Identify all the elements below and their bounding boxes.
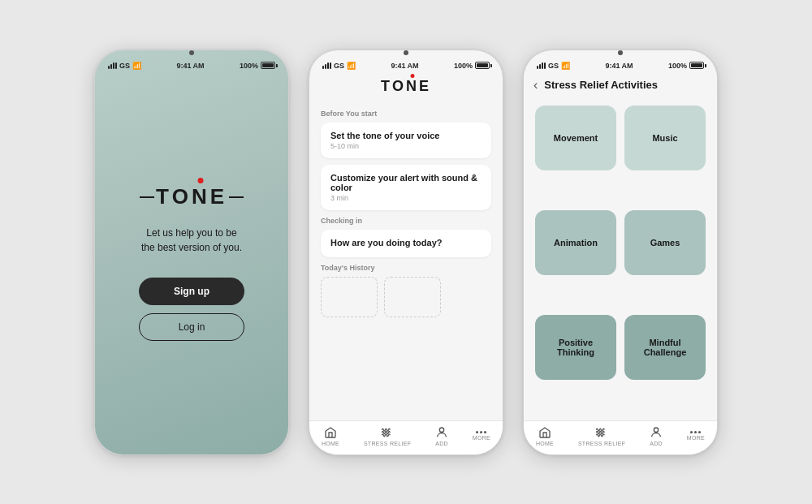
wifi-icon-2: 📶 bbox=[347, 62, 356, 70]
nav-add-3[interactable]: ADD bbox=[650, 426, 663, 446]
status-bar-2: GS 📶 9:41 AM 100% bbox=[309, 57, 503, 71]
activity-games[interactable]: Games bbox=[624, 210, 706, 275]
card-alert-sub: 3 min bbox=[330, 194, 482, 202]
app-logo-welcome: T O N E bbox=[156, 184, 227, 209]
wave-icon bbox=[381, 426, 394, 439]
nav-more[interactable]: MORE bbox=[473, 431, 490, 441]
svg-point-0 bbox=[439, 428, 443, 432]
logo-red-dot-small bbox=[411, 74, 415, 78]
dot-3 bbox=[484, 431, 486, 433]
signal-bar bbox=[113, 62, 114, 69]
stress-header: ‹ Stress Relief Activities bbox=[524, 71, 717, 97]
card-voice-sub: 5-10 min bbox=[330, 142, 482, 150]
nav-add-label-3: ADD bbox=[650, 441, 663, 446]
back-button[interactable]: ‹ bbox=[533, 78, 538, 93]
nav-more-label: MORE bbox=[473, 435, 490, 441]
status-left-3: GS 📶 bbox=[537, 62, 570, 70]
bottom-nav-stress: HOME STRESS RELIEF ADD bbox=[524, 420, 717, 454]
nav-home-3[interactable]: HOME bbox=[536, 426, 554, 446]
logo-e-s: E bbox=[419, 78, 431, 95]
activity-movement[interactable]: Movement bbox=[535, 106, 616, 170]
history-box-1 bbox=[321, 277, 378, 317]
status-left-2: GS 📶 bbox=[322, 62, 356, 70]
signal-bar bbox=[322, 66, 324, 69]
card-alert[interactable]: Customize your alert with sound & color … bbox=[321, 165, 491, 210]
carrier-text-2: GS bbox=[334, 62, 344, 70]
history-box-2 bbox=[384, 277, 441, 317]
card-checkin[interactable]: How are you doing today? bbox=[321, 230, 491, 257]
battery-icon-3 bbox=[689, 62, 704, 69]
notch-dot bbox=[189, 50, 194, 55]
nav-home-label: HOME bbox=[322, 441, 339, 446]
logo-o-s: O bbox=[392, 78, 406, 95]
activity-positive-thinking[interactable]: PositiveThinking bbox=[535, 315, 616, 380]
time-3: 9:41 AM bbox=[605, 62, 633, 70]
battery-text-2: 100% bbox=[454, 62, 473, 70]
signal-bar bbox=[327, 62, 329, 69]
nav-stress-label-3: STRESS RELIEF bbox=[578, 441, 625, 446]
logo-n-s: N bbox=[406, 78, 419, 95]
signal-bar bbox=[542, 62, 543, 69]
home-icon bbox=[324, 426, 337, 439]
time-1: 9:41 AM bbox=[176, 62, 204, 70]
login-button[interactable]: Log in bbox=[139, 313, 244, 341]
signal-bars-2 bbox=[322, 62, 331, 69]
section-label-history: Today's History bbox=[321, 264, 491, 272]
status-bar-3: GS 📶 9:41 AM 100% bbox=[524, 57, 717, 71]
battery-text-1: 100% bbox=[240, 62, 258, 70]
dot-2-3 bbox=[694, 431, 697, 433]
welcome-content: T O N E Let us help you to bethe best ve… bbox=[95, 71, 288, 454]
notch-dot-2 bbox=[404, 50, 408, 55]
nav-stress-label: STRESS RELIEF bbox=[364, 441, 411, 446]
card-alert-title: Customize your alert with sound & color bbox=[330, 173, 482, 192]
signal-bar bbox=[537, 66, 538, 69]
signup-button[interactable]: Sign up bbox=[139, 278, 244, 305]
nav-stress-3[interactable]: STRESS RELIEF bbox=[578, 426, 625, 446]
welcome-tagline: Let us help you to bethe best version of… bbox=[141, 226, 242, 255]
signal-bar bbox=[330, 62, 331, 69]
battery-fill-2 bbox=[477, 63, 488, 67]
logo-n: N bbox=[192, 184, 210, 209]
nav-home-label-3: HOME bbox=[536, 441, 554, 446]
home-content: Before You start Set the tone of your vo… bbox=[309, 98, 503, 420]
stress-title: Stress Relief Activities bbox=[544, 79, 658, 91]
activity-music[interactable]: Music bbox=[624, 106, 706, 170]
dot-1 bbox=[476, 431, 478, 433]
activity-animation[interactable]: Animation bbox=[535, 210, 616, 275]
activity-mindful-challenge[interactable]: MindfulChallenge bbox=[624, 315, 706, 380]
nav-add[interactable]: ADD bbox=[435, 426, 448, 446]
carrier-text-1: GS bbox=[119, 62, 130, 70]
wave-icon-3 bbox=[595, 426, 608, 439]
signal-bars-1 bbox=[108, 62, 117, 69]
logo-o: O bbox=[172, 184, 192, 209]
nav-more-label-3: MORE bbox=[687, 435, 705, 441]
dot-1-3 bbox=[690, 431, 693, 433]
screens-container: GS 📶 9:41 AM 100% T O N E bbox=[0, 0, 812, 504]
history-placeholders bbox=[321, 277, 491, 317]
dot-2 bbox=[480, 431, 482, 433]
nav-more-3[interactable]: MORE bbox=[687, 431, 705, 441]
carrier-text-3: GS bbox=[548, 62, 559, 70]
signal-bar bbox=[110, 64, 112, 69]
activities-grid: Movement Music Animation Games PositiveT… bbox=[524, 97, 717, 420]
signal-bar bbox=[539, 64, 541, 69]
status-right-2: 100% bbox=[454, 62, 490, 70]
dot-3-3 bbox=[698, 431, 701, 433]
more-dots-icon-3 bbox=[690, 431, 701, 433]
bottom-nav-home: HOME STRESS RELIEF ADD bbox=[309, 420, 503, 454]
status-right-3: 100% bbox=[668, 62, 704, 70]
wifi-icon-3: 📶 bbox=[561, 62, 570, 70]
logo-line-right bbox=[229, 196, 244, 198]
card-voice[interactable]: Set the tone of your voice 5-10 min bbox=[321, 123, 491, 158]
person-icon-3 bbox=[650, 426, 663, 439]
phone-welcome: GS 📶 9:41 AM 100% T O N E bbox=[94, 50, 289, 455]
nav-stress-relief[interactable]: STRESS RELIEF bbox=[364, 426, 411, 446]
status-left-1: GS 📶 bbox=[108, 62, 141, 70]
nav-home[interactable]: HOME bbox=[322, 426, 339, 446]
battery-icon-1 bbox=[261, 62, 275, 69]
phone-home: GS 📶 9:41 AM 100% T O N E bbox=[309, 50, 503, 455]
status-bar-1: GS 📶 9:41 AM 100% bbox=[95, 57, 288, 71]
section-label-checkin: Checking in bbox=[321, 217, 491, 225]
app-logo-home: T O N E bbox=[381, 78, 431, 95]
section-label-before: Before You start bbox=[321, 110, 491, 118]
